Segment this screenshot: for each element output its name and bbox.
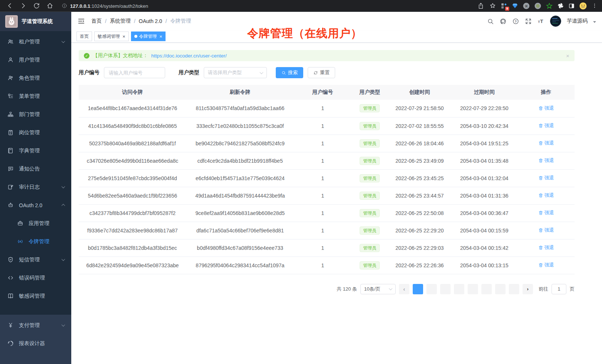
sidebar-menu-item[interactable]: 错误码管理 <box>0 269 71 287</box>
username[interactable]: 芋道源码 <box>567 18 588 24</box>
breadcrumb-item[interactable]: 令牌管理 <box>170 18 191 24</box>
force-logout-button[interactable]: 强退 <box>538 227 554 234</box>
sidebar-menu-item[interactable]: 通知公告 <box>0 160 71 178</box>
kebab-menu-icon[interactable] <box>592 2 598 9</box>
view-tab[interactable]: 首页 <box>76 32 92 41</box>
created-time-cell: 2022-06-26 18:04:46 <box>388 135 451 152</box>
sidebar-menu-item[interactable]: 短信管理 <box>0 251 71 269</box>
view-tab[interactable]: 令牌管理 × <box>131 32 166 41</box>
sidebar-menu-item[interactable]: 字典管理 <box>0 142 71 160</box>
page-number-button[interactable] <box>481 284 492 294</box>
breadcrumb-item[interactable]: 系统管理 <box>110 18 131 24</box>
green-star-icon[interactable] <box>546 3 553 9</box>
tab-close-icon[interactable]: × <box>122 34 125 39</box>
sidebar-menu-item[interactable]: 角色管理 <box>0 69 71 87</box>
refresh-token-cell: 333ecfc71e02480cb11055c875c3ca0f <box>186 117 294 135</box>
app-logo[interactable]: 芋道管理系统 <box>0 12 71 31</box>
fullscreen-icon[interactable] <box>525 18 532 25</box>
user-id-input[interactable] <box>104 67 165 78</box>
force-logout-button[interactable]: 强退 <box>538 140 554 146</box>
forward-icon[interactable] <box>18 1 28 11</box>
sidebar-item-label: 短信管理 <box>19 257 40 263</box>
page-number-button[interactable] <box>509 284 519 294</box>
font-size-icon[interactable] <box>537 18 544 25</box>
extensions-icon[interactable]: 9 <box>501 3 507 9</box>
user-type-select[interactable]: 请选择用户类型 <box>204 67 267 78</box>
force-logout-button[interactable]: 强退 <box>538 157 554 164</box>
goto-page-input[interactable] <box>552 284 566 294</box>
page-number-button[interactable] <box>468 284 478 294</box>
help-icon[interactable] <box>512 18 519 25</box>
olive-circle-icon[interactable] <box>534 3 541 9</box>
sidebar-menu-item[interactable]: 令牌管理 <box>0 232 71 251</box>
action-cell: 强退 <box>517 152 575 169</box>
force-logout-button[interactable]: 强退 <box>538 209 554 216</box>
sidebar-menu-item[interactable]: 敏感词管理 <box>0 287 71 305</box>
force-logout-button[interactable]: 强退 <box>538 244 554 251</box>
github-icon[interactable] <box>500 18 507 25</box>
sidebar-menu-item[interactable]: 租户管理 <box>0 33 71 51</box>
user-type-cell: 管理员 <box>351 100 388 117</box>
share-icon[interactable] <box>477 2 484 9</box>
sidebar-menu-item[interactable]: 支付管理 <box>0 316 71 334</box>
doc-link[interactable]: https://doc.iocoder.cn/user-center/ <box>151 53 227 59</box>
page-size-select[interactable]: 10条/页 <box>360 284 396 294</box>
alert-close-icon[interactable]: × <box>566 53 569 59</box>
user-type-tag: 管理员 <box>360 122 380 130</box>
back-icon[interactable] <box>4 1 15 11</box>
sidebar-menu-item[interactable]: 用户管理 <box>0 51 71 69</box>
user-menu-caret-icon[interactable] <box>593 21 596 23</box>
user-id-cell: 1 <box>294 204 351 222</box>
emoji-avatar-icon[interactable] <box>579 2 587 10</box>
user-id-cell: 1 <box>294 222 351 239</box>
sidebar-menu-item[interactable]: 岗位管理 <box>0 123 71 142</box>
expire-time-cell: 2054-03-04 00:13:15 <box>451 257 517 274</box>
breadcrumb-item[interactable]: 首页 <box>91 18 102 24</box>
force-logout-button[interactable]: 强退 <box>538 105 554 112</box>
home-icon[interactable] <box>45 1 55 11</box>
tab-label: 敏感词管理 <box>98 33 120 40</box>
search-icon[interactable] <box>487 18 494 25</box>
user-avatar[interactable] <box>550 16 561 27</box>
pinwheel-icon[interactable] <box>557 3 564 9</box>
bookmark-star-icon[interactable] <box>489 2 496 9</box>
breadcrumb-item[interactable]: OAuth 2.0 <box>139 18 162 24</box>
sidebar-item-label: 租户管理 <box>19 39 40 45</box>
page-number-button[interactable] <box>426 284 437 294</box>
access-token-cell: c347026e805e4d99b0d116eae66eda8c <box>79 152 186 169</box>
reload-icon[interactable] <box>31 1 42 11</box>
sidebar-menu: 租户管理 用户管理 角色管理 菜单管理 部门管理 <box>0 31 71 305</box>
gem-icon[interactable] <box>512 3 518 9</box>
force-logout-button[interactable]: 强退 <box>538 192 554 199</box>
force-logout-button[interactable]: 强退 <box>538 175 554 181</box>
address-bar[interactable]: 127.0.0.1:1024/system/oauth2/token <box>58 1 474 11</box>
force-logout-button[interactable]: 强退 <box>538 122 554 129</box>
chevron-icon <box>62 257 65 261</box>
page-number-button[interactable] <box>454 284 464 294</box>
sidebar-square-icon[interactable] <box>569 3 575 9</box>
force-logout-button[interactable]: 强退 <box>538 262 554 268</box>
reset-button[interactable]: 重置 <box>308 67 335 78</box>
page-number-button[interactable] <box>440 284 451 294</box>
sidebar-menu-item[interactable]: 审计日志 <box>0 178 71 196</box>
sidebar-menu-item[interactable]: OAuth 2.0 <box>0 196 71 214</box>
hamburger-icon[interactable] <box>77 17 85 25</box>
sidebar-menu-item[interactable]: 应用管理 <box>0 214 71 232</box>
command-circle-icon[interactable]: ⌘ <box>523 3 530 9</box>
table-row: b0d1785bc3a8482f812db4a3f3bd15ec b0df498… <box>79 239 575 257</box>
user-icon <box>7 57 14 63</box>
expire-time-cell: 2054-03-04 01:32:04 <box>451 169 517 187</box>
sidebar-menu-item[interactable]: 部门管理 <box>0 105 71 123</box>
action-cell: 强退 <box>517 135 575 152</box>
sidebar-menu-item[interactable]: 菜单管理 <box>0 87 71 105</box>
search-button[interactable]: 搜索 <box>276 67 303 78</box>
prev-page-button[interactable]: ‹ <box>399 284 409 294</box>
view-tab[interactable]: 敏感词管理 × <box>94 32 129 41</box>
page-number-button[interactable] <box>413 284 423 294</box>
tab-close-icon[interactable]: × <box>160 34 163 39</box>
refresh-token-cell: 8796295f04064c2983414cc54af1097a <box>186 257 294 274</box>
next-page-button[interactable]: › <box>523 284 533 294</box>
table-row: f9336e7c7dd242a283ee98dc86b17a87 dfa6c71… <box>79 222 575 239</box>
sidebar-menu-item[interactable]: 报表设计器 <box>0 334 71 353</box>
page-number-button[interactable] <box>495 284 506 294</box>
